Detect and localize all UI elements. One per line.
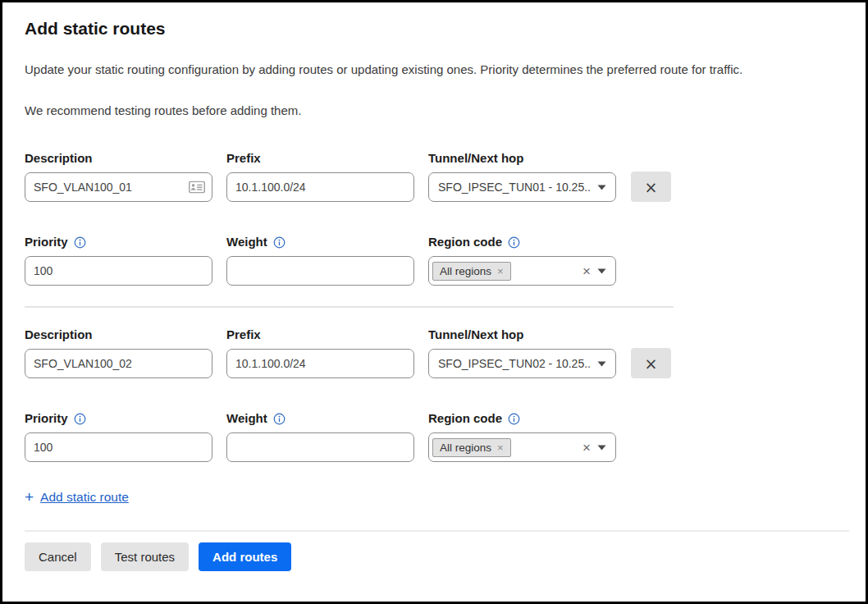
tunnel-label: Tunnel/Next hop bbox=[428, 151, 616, 166]
info-icon[interactable] bbox=[273, 236, 286, 249]
region-multiselect[interactable]: All regions × × bbox=[428, 256, 616, 286]
footer-divider bbox=[25, 530, 849, 532]
region-field: Region code All region bbox=[428, 411, 616, 462]
chevron-down-icon bbox=[597, 268, 606, 274]
weight-input[interactable] bbox=[226, 432, 414, 462]
add-routes-button[interactable]: Add routes bbox=[199, 542, 291, 571]
region-multiselect[interactable]: All regions × × bbox=[428, 432, 616, 462]
priority-field: Priority bbox=[25, 411, 212, 462]
route-block-2: Description Prefix Tunnel/Next hop bbox=[25, 327, 843, 462]
weight-input[interactable] bbox=[226, 256, 414, 286]
prefix-input[interactable] bbox=[226, 172, 414, 202]
tunnel-select[interactable]: SFO_IPSEC_TUN01 - 10.25... bbox=[428, 172, 616, 202]
tunnel-field: Tunnel/Next hop SFO_IPSEC_TUN02 - 10.25.… bbox=[428, 327, 616, 378]
cancel-button[interactable]: Cancel bbox=[25, 542, 91, 571]
info-icon[interactable] bbox=[74, 236, 86, 249]
priority-label: Priority bbox=[25, 411, 212, 426]
contact-card-icon bbox=[189, 181, 205, 194]
prefix-input[interactable] bbox=[226, 349, 414, 378]
priority-input[interactable] bbox=[25, 432, 212, 462]
clear-selection-icon[interactable]: × bbox=[582, 264, 591, 278]
plus-icon: + bbox=[25, 489, 34, 505]
clear-selection-icon[interactable]: × bbox=[582, 441, 591, 455]
routes-form: Description bbox=[25, 151, 843, 505]
weight-field: Weight bbox=[226, 411, 414, 462]
tunnel-select[interactable]: SFO_IPSEC_TUN02 - 10.25... bbox=[428, 349, 616, 378]
info-icon[interactable] bbox=[273, 413, 286, 425]
region-field: Region code All region bbox=[428, 235, 616, 286]
prefix-label: Prefix bbox=[226, 327, 414, 342]
prefix-label: Prefix bbox=[226, 151, 414, 166]
note-text: We recommend testing routes before addin… bbox=[25, 103, 843, 119]
tunnel-label: Tunnel/Next hop bbox=[428, 327, 616, 342]
region-label: Region code bbox=[428, 235, 616, 249]
footer-actions: Cancel Test routes Add routes bbox=[25, 542, 843, 571]
weight-label: Weight bbox=[226, 235, 414, 249]
add-static-routes-dialog: Add static routes Update your static rou… bbox=[0, 0, 868, 604]
add-static-route-link[interactable]: + Add static route bbox=[25, 489, 843, 505]
description-field: Description bbox=[25, 151, 212, 202]
chip-remove-icon[interactable]: × bbox=[497, 442, 504, 453]
priority-field: Priority bbox=[25, 235, 212, 286]
region-label: Region code bbox=[428, 411, 616, 426]
weight-field: Weight bbox=[226, 235, 414, 286]
add-static-route-label[interactable]: Add static route bbox=[40, 490, 129, 505]
description-label: Description bbox=[25, 151, 212, 166]
priority-label: Priority bbox=[25, 235, 212, 249]
region-chip: All regions × bbox=[432, 262, 511, 281]
description-input[interactable] bbox=[25, 172, 212, 202]
tunnel-field: Tunnel/Next hop SFO_IPSEC_TUN01 - 10.25.… bbox=[428, 151, 616, 202]
description-input[interactable] bbox=[25, 349, 212, 378]
route-divider bbox=[25, 306, 674, 308]
prefix-field: Prefix bbox=[226, 327, 414, 378]
description-label: Description bbox=[25, 327, 212, 342]
remove-route-button[interactable]: × bbox=[631, 172, 671, 202]
intro-text: Update your static routing configuration… bbox=[25, 62, 843, 78]
chevron-down-icon bbox=[597, 185, 606, 190]
region-chip: All regions × bbox=[432, 438, 511, 457]
description-field: Description bbox=[25, 327, 212, 378]
test-routes-button[interactable]: Test routes bbox=[101, 542, 189, 571]
info-icon[interactable] bbox=[508, 236, 520, 249]
prefix-field: Prefix bbox=[226, 151, 414, 202]
chip-remove-icon[interactable]: × bbox=[497, 266, 504, 277]
info-icon[interactable] bbox=[74, 413, 86, 425]
priority-input[interactable] bbox=[25, 256, 212, 286]
page-title: Add static routes bbox=[25, 16, 843, 41]
weight-label: Weight bbox=[226, 411, 414, 426]
chevron-down-icon bbox=[597, 361, 606, 367]
remove-route-button[interactable]: × bbox=[631, 348, 671, 378]
info-icon[interactable] bbox=[508, 413, 520, 425]
route-block-1: Description bbox=[25, 151, 843, 286]
chevron-down-icon bbox=[597, 445, 606, 451]
